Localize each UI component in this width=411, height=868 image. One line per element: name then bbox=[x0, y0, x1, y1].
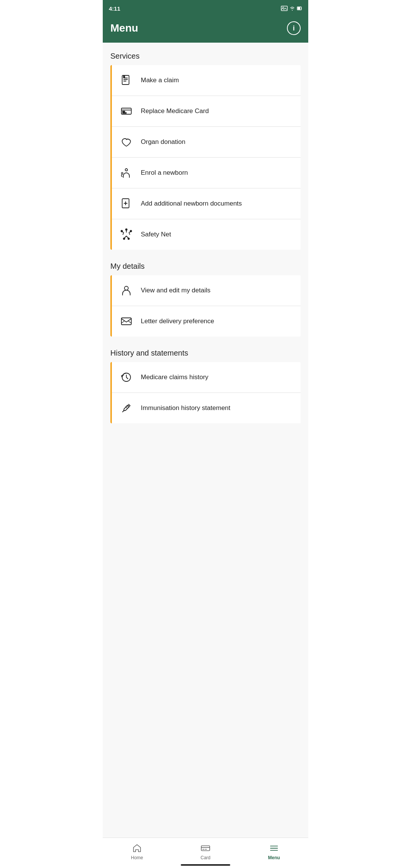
status-time: 4:11 bbox=[109, 5, 120, 12]
header: Menu i bbox=[103, 17, 308, 43]
replace-medicare-label: Replace Medicare Card bbox=[141, 107, 209, 115]
person-icon bbox=[118, 282, 135, 299]
menu-nav-label: Menu bbox=[268, 855, 280, 860]
svg-point-17 bbox=[126, 229, 127, 230]
view-edit-details-item[interactable]: View and edit my details bbox=[112, 275, 301, 306]
svg-point-1 bbox=[283, 7, 284, 8]
organ-donation-item[interactable]: Organ donation bbox=[112, 127, 301, 158]
svg-point-19 bbox=[128, 238, 129, 239]
make-claim-label: Make a claim bbox=[141, 77, 179, 84]
syringe-icon bbox=[118, 400, 135, 416]
card-nav-label: Card bbox=[201, 855, 210, 860]
organ-icon bbox=[118, 134, 135, 150]
immunisation-history-label: Immunisation history statement bbox=[141, 404, 230, 412]
image-icon bbox=[281, 6, 288, 11]
home-indicator bbox=[181, 864, 230, 866]
add-newborn-docs-item[interactable]: Add additional newborn documents bbox=[112, 188, 301, 219]
my-details-list: View and edit my details Letter delivery… bbox=[110, 275, 301, 337]
organ-svg bbox=[120, 136, 132, 148]
services-list: $ Make a claim Replace Medicare Card bbox=[110, 65, 301, 250]
claims-history-label: Medicare claims history bbox=[141, 373, 209, 381]
history-section: History and statements Medicare claims h… bbox=[110, 349, 301, 423]
organ-donation-label: Organ donation bbox=[141, 138, 185, 146]
svg-point-16 bbox=[130, 230, 132, 232]
replace-medicare-item[interactable]: Replace Medicare Card bbox=[112, 96, 301, 127]
svg-point-18 bbox=[123, 238, 125, 239]
home-nav-label: Home bbox=[131, 855, 143, 860]
bottom-navigation: Home Card Menu bbox=[103, 838, 308, 868]
page-title: Menu bbox=[110, 22, 138, 34]
svg-point-10 bbox=[125, 169, 127, 171]
nav-menu[interactable]: Menu bbox=[240, 838, 308, 868]
main-content: Services $ Make a claim bbox=[103, 43, 308, 868]
card-nav-icon bbox=[200, 843, 211, 854]
add-doc-svg bbox=[120, 198, 132, 210]
view-edit-details-label: View and edit my details bbox=[141, 287, 210, 294]
svg-line-26 bbox=[123, 410, 124, 412]
battery-icon bbox=[297, 6, 302, 11]
card-nav-svg bbox=[201, 843, 210, 853]
replace-card-svg bbox=[120, 105, 132, 117]
letter-icon bbox=[118, 313, 135, 330]
history-list: Medicare claims history Immunisation his… bbox=[110, 362, 301, 423]
my-details-section: My details View and edit my details bbox=[110, 262, 301, 337]
history-icon bbox=[118, 369, 135, 386]
letter-delivery-label: Letter delivery preference bbox=[141, 318, 214, 325]
claim-icon: $ bbox=[118, 72, 135, 89]
status-icons bbox=[281, 6, 302, 11]
safety-net-label: Safety Net bbox=[141, 231, 171, 238]
newborn-icon bbox=[118, 164, 135, 181]
svg-rect-21 bbox=[121, 318, 131, 325]
claim-svg: $ bbox=[120, 74, 132, 86]
svg-line-23 bbox=[128, 321, 131, 323]
claims-history-item[interactable]: Medicare claims history bbox=[112, 362, 301, 393]
services-section: Services $ Make a claim bbox=[110, 52, 301, 250]
replace-card-icon bbox=[118, 103, 135, 120]
svg-point-20 bbox=[124, 286, 128, 290]
wifi-icon bbox=[289, 6, 295, 11]
svg-rect-29 bbox=[201, 846, 210, 850]
newborn-svg bbox=[120, 167, 132, 179]
status-bar: 4:11 bbox=[103, 0, 308, 17]
add-newborn-docs-label: Add additional newborn documents bbox=[141, 200, 242, 207]
svg-line-22 bbox=[121, 321, 124, 323]
make-claim-item[interactable]: $ Make a claim bbox=[112, 65, 301, 96]
svg-rect-9 bbox=[123, 113, 126, 113]
menu-nav-icon bbox=[269, 843, 279, 854]
history-svg bbox=[120, 371, 132, 383]
svg-text:$: $ bbox=[123, 75, 125, 78]
safety-icon bbox=[118, 226, 135, 243]
my-details-title: My details bbox=[110, 262, 301, 271]
svg-rect-0 bbox=[281, 6, 287, 11]
svg-rect-8 bbox=[123, 111, 125, 112]
history-title: History and statements bbox=[110, 349, 301, 357]
menu-nav-svg bbox=[269, 843, 279, 853]
syringe-svg bbox=[120, 402, 132, 414]
person-svg bbox=[120, 284, 132, 297]
home-svg bbox=[132, 843, 142, 853]
safety-svg bbox=[120, 228, 132, 241]
safety-net-item[interactable]: Safety Net bbox=[112, 219, 301, 250]
letter-svg bbox=[120, 315, 132, 327]
svg-point-15 bbox=[121, 230, 123, 232]
nav-card[interactable]: Card bbox=[171, 838, 240, 868]
svg-rect-3 bbox=[298, 7, 300, 10]
immunisation-history-item[interactable]: Immunisation history statement bbox=[112, 393, 301, 423]
enrol-newborn-label: Enrol a newborn bbox=[141, 169, 188, 177]
letter-delivery-item[interactable]: Letter delivery preference bbox=[112, 306, 301, 337]
add-doc-icon bbox=[118, 195, 135, 212]
info-button[interactable]: i bbox=[287, 21, 301, 35]
services-title: Services bbox=[110, 52, 301, 61]
nav-home[interactable]: Home bbox=[103, 838, 171, 868]
home-icon bbox=[132, 843, 142, 854]
svg-point-11 bbox=[121, 172, 123, 174]
enrol-newborn-item[interactable]: Enrol a newborn bbox=[112, 158, 301, 188]
